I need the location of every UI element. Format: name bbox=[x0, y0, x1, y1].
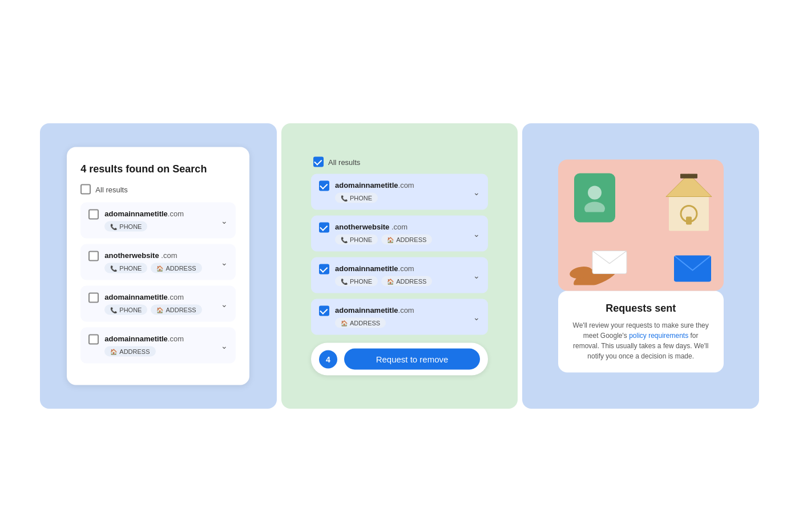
address-tag: 🏠 ADDRESS bbox=[151, 305, 201, 315]
svg-rect-6 bbox=[686, 217, 692, 225]
phone-tag: 📞 PHONE bbox=[335, 276, 378, 287]
result-checkbox-checked[interactable] bbox=[319, 306, 329, 316]
envelope-illustration bbox=[674, 256, 711, 282]
site-name: adomainnametitle.com bbox=[335, 306, 467, 315]
svg-rect-4 bbox=[680, 174, 697, 179]
tags: 📞 PHONE 🏠 ADDRESS bbox=[335, 235, 467, 245]
panel-step-3: Requests sent We'll review your requests… bbox=[522, 123, 759, 409]
tags: 📞 PHONE 🏠 ADDRESS bbox=[335, 276, 467, 287]
hand-illustration bbox=[564, 240, 644, 285]
selection-count: 4 bbox=[319, 350, 337, 368]
result-content: anotherwebsite .com 📞 PHONE 🏠 ADDRESS bbox=[104, 251, 215, 273]
result-item-checked[interactable]: adomainnametitle.com 📞 PHONE ⌄ bbox=[311, 174, 488, 210]
person-card-illustration bbox=[574, 174, 615, 223]
site-name: adomainnametitle.com bbox=[104, 209, 215, 218]
site-name: anotherwebsite .com bbox=[335, 223, 467, 231]
result-item[interactable]: adomainnametitle.com 🏠 ADDRESS ⌄ bbox=[80, 328, 236, 364]
site-name: adomainnametitle.com bbox=[335, 264, 467, 273]
tags: 📞 PHONE bbox=[335, 193, 467, 203]
result-content: adomainnametitle.com 📞 PHONE 🏠 ADDRESS bbox=[335, 264, 467, 287]
tags: 📞 PHONE bbox=[104, 221, 215, 232]
site-name: adomainnametitle.com bbox=[335, 181, 467, 190]
chevron-down-icon[interactable]: ⌄ bbox=[473, 187, 480, 196]
result-item-checked[interactable]: adomainnametitle.com 🏠 ADDRESS ⌄ bbox=[311, 299, 488, 335]
panel2-content: All results adomainnametitle.com 📞 PHONE… bbox=[311, 157, 488, 376]
site-name: adomainnametitle.com bbox=[104, 334, 215, 343]
tags: 📞 PHONE 🏠 ADDRESS bbox=[104, 263, 215, 273]
house-illustration bbox=[663, 171, 715, 234]
action-bar: 4 Request to remove bbox=[311, 343, 488, 376]
all-results-label: All results bbox=[328, 158, 360, 166]
panel-step-2: All results adomainnametitle.com 📞 PHONE… bbox=[281, 123, 518, 409]
panel3-content: Requests sent We'll review your requests… bbox=[558, 160, 724, 373]
result-checkbox[interactable] bbox=[88, 293, 99, 303]
result-item-checked[interactable]: adomainnametitle.com 📞 PHONE 🏠 ADDRESS ⌄ bbox=[311, 257, 488, 293]
result-checkbox[interactable] bbox=[88, 209, 99, 220]
result-checkbox[interactable] bbox=[88, 251, 99, 261]
chevron-down-icon[interactable]: ⌄ bbox=[221, 257, 228, 267]
result-item[interactable]: adomainnametitle.com 📞 PHONE 🏠 ADDRESS ⌄ bbox=[80, 286, 236, 322]
requests-sent-body: We'll review your requests to make sure … bbox=[572, 320, 710, 361]
result-checkbox[interactable] bbox=[88, 334, 99, 345]
result-content: adomainnametitle.com 🏠 ADDRESS bbox=[104, 334, 215, 357]
phone-tag: 📞 PHONE bbox=[104, 305, 147, 315]
requests-sent-card: Requests sent We'll review your requests… bbox=[558, 291, 724, 373]
result-item-checked[interactable]: anotherwebsite .com 📞 PHONE 🏠 ADDRESS ⌄ bbox=[311, 216, 488, 252]
policy-requirements-link[interactable]: policy requirements bbox=[629, 332, 688, 340]
result-content: adomainnametitle.com 🏠 ADDRESS bbox=[335, 306, 467, 328]
address-tag: 🏠 ADDRESS bbox=[381, 276, 432, 287]
request-to-remove-button[interactable]: Request to remove bbox=[344, 349, 480, 370]
address-tag: 🏠 ADDRESS bbox=[104, 346, 155, 357]
chevron-down-icon[interactable]: ⌄ bbox=[473, 312, 480, 321]
panel-step-1: 4 results found on Search All results ad… bbox=[40, 123, 277, 409]
result-content: anotherwebsite .com 📞 PHONE 🏠 ADDRESS bbox=[335, 223, 467, 245]
address-tag: 🏠 ADDRESS bbox=[381, 235, 432, 245]
result-content: adomainnametitle.com 📞 PHONE bbox=[104, 209, 215, 232]
site-name: anotherwebsite .com bbox=[104, 251, 215, 260]
chevron-down-icon[interactable]: ⌄ bbox=[473, 271, 480, 280]
requests-sent-title: Requests sent bbox=[572, 303, 710, 315]
result-checkbox-checked[interactable] bbox=[319, 181, 329, 191]
all-results-row: All results bbox=[80, 184, 236, 195]
address-tag: 🏠 ADDRESS bbox=[335, 318, 386, 328]
tags: 🏠 ADDRESS bbox=[335, 318, 467, 328]
svg-point-0 bbox=[588, 186, 602, 200]
all-results-checkbox-checked[interactable] bbox=[313, 157, 324, 167]
illustration-area bbox=[558, 160, 724, 291]
tags: 🏠 ADDRESS bbox=[104, 346, 215, 357]
phone-tag: 📞 PHONE bbox=[104, 221, 147, 232]
chevron-down-icon[interactable]: ⌄ bbox=[221, 299, 228, 308]
result-content: adomainnametitle.com 📞 PHONE bbox=[335, 181, 467, 203]
address-tag: 🏠 ADDRESS bbox=[151, 263, 201, 273]
search-results-card: 4 results found on Search All results ad… bbox=[67, 147, 249, 385]
svg-point-1 bbox=[584, 202, 605, 212]
site-name: adomainnametitle.com bbox=[104, 293, 215, 301]
svg-rect-2 bbox=[669, 197, 709, 231]
result-item[interactable]: adomainnametitle.com 📞 PHONE ⌄ bbox=[80, 203, 236, 239]
all-results-row-checked: All results bbox=[311, 157, 488, 167]
phone-tag: 📞 PHONE bbox=[335, 235, 378, 245]
all-results-checkbox[interactable] bbox=[80, 184, 91, 195]
phone-tag: 📞 PHONE bbox=[335, 193, 378, 203]
result-checkbox-checked[interactable] bbox=[319, 264, 329, 275]
result-checkbox-checked[interactable] bbox=[319, 223, 329, 233]
phone-tag: 📞 PHONE bbox=[104, 263, 147, 273]
chevron-down-icon[interactable]: ⌄ bbox=[221, 341, 228, 350]
tags: 📞 PHONE 🏠 ADDRESS bbox=[104, 305, 215, 315]
card-title: 4 results found on Search bbox=[80, 163, 236, 175]
chevron-down-icon[interactable]: ⌄ bbox=[473, 229, 480, 238]
chevron-down-icon[interactable]: ⌄ bbox=[221, 216, 228, 225]
result-content: adomainnametitle.com 📞 PHONE 🏠 ADDRESS bbox=[104, 293, 215, 315]
all-results-label: All results bbox=[95, 185, 127, 194]
result-item[interactable]: anotherwebsite .com 📞 PHONE 🏠 ADDRESS ⌄ bbox=[80, 244, 236, 280]
